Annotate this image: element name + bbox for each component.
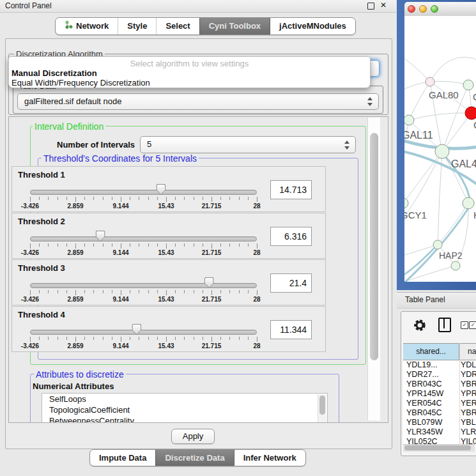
network-edge[interactable] bbox=[430, 81, 468, 85]
slider-ticks bbox=[30, 290, 257, 296]
slider-thumb[interactable] bbox=[204, 277, 214, 288]
threshold-value-field[interactable]: 14.713 bbox=[270, 180, 312, 199]
network-edge[interactable] bbox=[430, 58, 476, 82]
apply-button[interactable]: Apply bbox=[171, 429, 215, 444]
threshold-box: Threshold 4 -3.4262.8599.14415.4321.7152… bbox=[12, 306, 326, 352]
threshold-label: Threshold 2 bbox=[18, 217, 65, 226]
tab-select[interactable]: Select bbox=[156, 18, 199, 35]
network-node-gal4[interactable] bbox=[435, 144, 449, 158]
slider-track[interactable] bbox=[30, 330, 257, 335]
threshold-value-field[interactable]: 11.344 bbox=[270, 320, 312, 339]
dropdown-option-equal-width-frequency-discretization[interactable]: Equal Width/Frequency Discretization bbox=[9, 78, 370, 88]
slider-tick-labels: -3.4262.8599.14415.4321.71528 bbox=[30, 296, 257, 303]
table-data-combobox[interactable]: galFiltered.sif default node bbox=[17, 93, 379, 110]
table-row[interactable]: YBR043CYBR0 bbox=[403, 380, 476, 389]
table-cell: YBL0 bbox=[457, 418, 476, 427]
tab-infer-network[interactable]: Infer Network bbox=[234, 450, 305, 466]
network-edge[interactable] bbox=[404, 54, 430, 82]
threshold-slider[interactable]: -3.4262.8599.14415.4321.71528 bbox=[30, 229, 257, 257]
dropdown-placeholder: Select algorithm to view settings bbox=[9, 59, 370, 68]
network-node-gal11[interactable] bbox=[404, 115, 414, 125]
number-of-intervals-combobox[interactable]: 5 bbox=[140, 136, 356, 153]
table-row[interactable]: YLR345WYLR3 bbox=[403, 427, 476, 437]
network-node-hap2[interactable] bbox=[433, 240, 442, 249]
slider-ticks bbox=[30, 197, 257, 203]
slider-track[interactable] bbox=[30, 190, 257, 195]
network-node-gal80[interactable] bbox=[426, 77, 434, 86]
dropdown-option-manual-discretization[interactable]: Manual Discretization bbox=[9, 68, 370, 78]
settings-scroll-area: Interval Definition Number of Intervals … bbox=[8, 116, 388, 423]
scrollbar-thumb[interactable] bbox=[404, 445, 471, 450]
network-edge[interactable] bbox=[409, 82, 430, 120]
dropdown-options: Manual DiscretizationEqual Width/Frequen… bbox=[9, 68, 370, 88]
network-edge[interactable] bbox=[409, 113, 472, 120]
checkbox-icon[interactable]: ✓ bbox=[461, 321, 468, 329]
numerical-attributes-list[interactable]: SelfLoopsTopologicalCoefficientBetweenne… bbox=[42, 393, 328, 423]
threshold-value-field[interactable]: 6.316 bbox=[270, 227, 312, 246]
minimize-traffic-light[interactable] bbox=[419, 5, 427, 13]
app-root: Control Panel ✕ Network Style bbox=[0, 0, 476, 476]
table-row[interactable]: YPR145WYPR1 bbox=[403, 389, 476, 399]
settings-vertical-scrollbar[interactable] bbox=[367, 118, 380, 420]
network-node-gcy1[interactable] bbox=[404, 198, 408, 208]
tab-discretize-data[interactable]: Discretize Data bbox=[155, 450, 233, 466]
network-node-label: GAL80 bbox=[429, 89, 459, 100]
threshold-slider[interactable]: -3.4262.8599.14415.4321.71528 bbox=[30, 322, 257, 350]
table-row[interactable]: YDL19...YDL1 bbox=[403, 360, 476, 370]
column-header-shared-[interactable]: shared... bbox=[403, 344, 459, 360]
attribute-item-topologicalcoefficient[interactable]: TopologicalCoefficient bbox=[42, 404, 327, 415]
tab-label: Network bbox=[76, 19, 109, 34]
close-icon[interactable]: ✕ bbox=[380, 1, 387, 10]
network-node-h[interactable] bbox=[463, 197, 474, 209]
threshold-slider[interactable]: -3.4262.8599.14415.4321.71528 bbox=[30, 182, 257, 210]
slider-thumb[interactable] bbox=[96, 231, 105, 242]
table-row[interactable]: YER054CYER0 bbox=[403, 399, 476, 408]
network-window-titlebar[interactable] bbox=[404, 2, 476, 17]
network-canvas[interactable]: GAL80GCGAL11GAL4GCY1HHAP2 bbox=[404, 16, 476, 282]
table-row[interactable]: YBR045CYBR0 bbox=[403, 408, 476, 418]
checkbox-icon[interactable]: ✓ bbox=[469, 321, 476, 329]
scrollbar-thumb[interactable] bbox=[370, 133, 378, 360]
attribute-item-betweennesscentrality[interactable]: BetweennessCentrality bbox=[42, 415, 327, 423]
close-traffic-light[interactable] bbox=[408, 5, 415, 13]
slider-track[interactable] bbox=[30, 283, 257, 288]
table-panel-title: Table Panel bbox=[405, 295, 445, 304]
table-cell: YER054C bbox=[403, 399, 457, 408]
table-panel: ✓ ✓ shared...na... YDL19...YDL1YDR27...Y… bbox=[401, 311, 476, 456]
column-header-na-[interactable]: na... bbox=[459, 344, 476, 360]
float-window-icon[interactable] bbox=[367, 3, 374, 10]
attributes-list-scrollbar[interactable] bbox=[318, 394, 326, 422]
table-row[interactable]: YDR27...YDR2 bbox=[403, 370, 476, 380]
split-columns-icon[interactable] bbox=[438, 318, 451, 332]
node-table[interactable]: shared...na... YDL19...YDL1YDR27...YDR2Y… bbox=[403, 343, 476, 445]
network-node-g[interactable] bbox=[463, 80, 473, 90]
tab-network[interactable]: Network bbox=[56, 18, 118, 35]
network-node-c[interactable] bbox=[465, 107, 476, 119]
network-view-window[interactable]: GAL80GCGAL11GAL4GCY1HHAP2 bbox=[397, 0, 476, 290]
network-edge[interactable] bbox=[404, 245, 438, 257]
threshold-value-field[interactable]: 21.4 bbox=[270, 273, 312, 293]
tab-cyni-toolbox[interactable]: Cyni Toolbox bbox=[199, 18, 270, 35]
network-edge[interactable] bbox=[404, 151, 442, 203]
network-edge[interactable] bbox=[438, 203, 468, 245]
slider-track[interactable] bbox=[30, 236, 257, 242]
tab-impute-data[interactable]: Impute Data bbox=[90, 450, 155, 466]
attribute-item-selfloops[interactable]: SelfLoops bbox=[42, 394, 327, 404]
tab-label: Infer Network bbox=[243, 450, 296, 466]
tab-label: Impute Data bbox=[99, 450, 146, 466]
table-toolbar: ✓ ✓ bbox=[401, 312, 476, 340]
zoom-traffic-light[interactable] bbox=[431, 5, 438, 13]
tab-style[interactable]: Style bbox=[118, 18, 156, 35]
slider-thumb[interactable] bbox=[132, 324, 141, 335]
slider-thumb[interactable] bbox=[156, 184, 165, 195]
network-graph[interactable]: GAL80GCGAL11GAL4GCY1HHAP2 bbox=[404, 16, 476, 282]
gear-icon[interactable] bbox=[413, 318, 427, 335]
threshold-slider[interactable]: -3.4262.8599.14415.4321.71528 bbox=[30, 275, 257, 303]
threshold-box: Threshold 3 -3.4262.8599.14415.4321.7152… bbox=[12, 259, 326, 305]
tab-jactivemnodules[interactable]: jActiveMNodules bbox=[270, 18, 355, 35]
table-horizontal-scrollbar[interactable] bbox=[403, 444, 475, 452]
table-cell: YDR2 bbox=[457, 370, 476, 380]
spinner-arrows-icon bbox=[367, 97, 372, 106]
table-row[interactable]: YBL079WYBL0 bbox=[403, 418, 476, 427]
network-node[interactable] bbox=[451, 261, 460, 270]
